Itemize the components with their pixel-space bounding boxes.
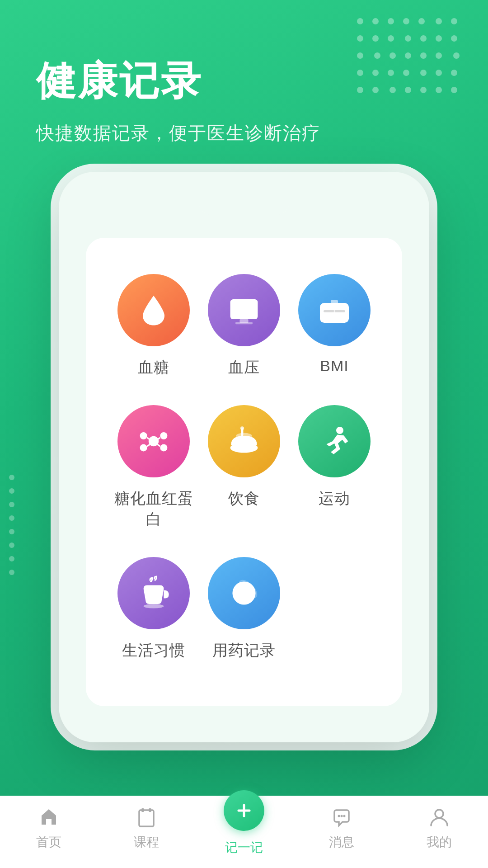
nav-item-record[interactable]: 记一记	[195, 790, 293, 856]
phone-screen: 血糖 血压	[86, 238, 402, 706]
course-icon	[134, 805, 159, 830]
message-icon	[329, 805, 354, 830]
svg-point-9	[140, 432, 147, 439]
svg-rect-4	[331, 300, 338, 305]
nav-item-home[interactable]: 首页	[0, 805, 98, 851]
svg-rect-26	[139, 810, 154, 826]
blood-sugar-icon-bg	[117, 274, 190, 346]
exercise-label: 运动	[319, 488, 350, 509]
scale-icon	[316, 292, 352, 328]
nav-item-course[interactable]: 课程	[98, 805, 195, 851]
svg-point-33	[341, 815, 343, 817]
svg-point-20	[240, 426, 244, 430]
blood-pressure-icon-bg	[208, 274, 280, 346]
health-item-exercise[interactable]: 运动	[294, 405, 375, 530]
medication-label: 用药记录	[212, 640, 276, 661]
svg-point-34	[343, 815, 346, 817]
phone-notch	[199, 199, 289, 215]
page-title: 健康记录	[36, 54, 488, 108]
exercise-icon-bg	[298, 405, 371, 477]
bowl-icon	[226, 423, 262, 459]
dot-pattern-left	[9, 475, 14, 575]
svg-rect-2	[235, 322, 253, 324]
health-item-hba1c[interactable]: 糖化血红蛋白	[113, 405, 194, 530]
medication-icon-bg	[208, 557, 280, 629]
nav-home-label: 首页	[36, 834, 61, 851]
record-center-button[interactable]	[224, 790, 264, 831]
bmi-label: BMI	[320, 357, 348, 375]
svg-point-11	[140, 444, 147, 451]
lifestyle-icon-bg	[117, 557, 190, 629]
nav-message-label: 消息	[329, 834, 354, 851]
drop-icon	[136, 292, 172, 328]
bmi-icon-bg	[298, 274, 371, 346]
health-item-bmi[interactable]: BMI	[294, 274, 375, 378]
coffee-icon	[136, 575, 172, 611]
monitor-icon	[226, 292, 262, 328]
mine-icon	[427, 805, 452, 830]
molecule-icon	[136, 423, 172, 459]
svg-rect-27	[139, 810, 154, 826]
diet-label: 饮食	[228, 488, 260, 509]
svg-point-18	[236, 433, 252, 439]
hba1c-label: 糖化血红蛋白	[113, 488, 194, 530]
hba1c-icon-bg	[117, 405, 190, 477]
svg-point-6	[332, 314, 338, 320]
nav-mine-label: 我的	[427, 834, 452, 851]
svg-point-12	[160, 444, 167, 451]
pill-icon	[226, 575, 262, 611]
nav-item-mine[interactable]: 我的	[390, 805, 488, 851]
health-item-lifestyle[interactable]: 生活习惯	[113, 557, 194, 661]
phone-mockup: 血糖 血压	[59, 172, 429, 742]
svg-point-22	[144, 604, 164, 609]
page-subtitle: 快捷数据记录，便于医生诊断治疗	[36, 121, 488, 146]
svg-point-35	[435, 810, 443, 818]
blood-pressure-label: 血压	[228, 357, 260, 378]
nav-record-label: 记一记	[225, 839, 263, 856]
svg-line-16	[156, 444, 160, 447]
health-item-blood-sugar[interactable]: 血糖	[113, 274, 194, 378]
svg-point-32	[338, 815, 340, 817]
health-item-blood-pressure[interactable]: 血压	[203, 274, 285, 378]
blood-sugar-label: 血糖	[138, 357, 169, 378]
health-item-diet[interactable]: 饮食	[203, 405, 285, 530]
home-icon	[36, 805, 61, 830]
run-icon	[316, 423, 352, 459]
diet-icon-bg	[208, 405, 280, 477]
bottom-nav-bar: 首页 课程 记一记	[0, 796, 488, 868]
svg-point-21	[336, 427, 343, 434]
lifestyle-label: 生活习惯	[122, 640, 185, 661]
header: 健康记录 快捷数据记录，便于医生诊断治疗	[0, 0, 488, 146]
svg-line-15	[147, 444, 151, 447]
health-icon-grid: 血糖 血压	[104, 265, 384, 670]
svg-rect-28	[141, 808, 144, 812]
svg-rect-29	[149, 808, 151, 812]
health-item-medication[interactable]: 用药记录	[203, 557, 285, 661]
nav-course-label: 课程	[134, 834, 159, 851]
nav-item-message[interactable]: 消息	[293, 805, 390, 851]
svg-point-10	[160, 432, 167, 439]
